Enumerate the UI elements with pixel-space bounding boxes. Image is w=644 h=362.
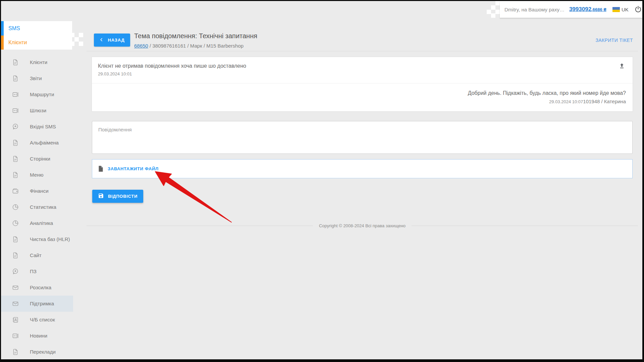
sidebar-item-marshruty[interactable]: Маршрути (1, 86, 86, 103)
tab-accent-bar (1, 36, 4, 50)
tab-label: SMS (8, 25, 20, 32)
reply-button[interactable]: ВІДПОВІСТИ (92, 190, 143, 203)
logout-button[interactable] (634, 5, 642, 14)
message-meta: 29.03.2024 10:07101948 / Катерина (98, 99, 626, 105)
card-icon (12, 107, 19, 114)
power-icon (634, 9, 642, 14)
sidebar-item-label: Шлюзи (30, 107, 46, 115)
pie-icon (12, 220, 19, 227)
sidebar-item-vkhidni-sms[interactable]: Вхідні SMS (1, 119, 86, 135)
message-support: Добрий день. Підкажіть, будь ласка, про … (92, 83, 633, 111)
language-code: UK (622, 7, 629, 12)
footer-divider-right (412, 226, 638, 226)
sidebar-item-label: Переклади (30, 348, 56, 356)
screen-border-bottom (0, 359, 644, 362)
file-icon (12, 348, 19, 356)
document-icon (98, 165, 104, 172)
balance-link[interactable]: 3993092,6686 ₴ (569, 6, 606, 13)
save-icon (98, 193, 104, 200)
sidebar-item-analityka[interactable]: Аналітика (1, 215, 86, 231)
sidebar-menu: КлієнтиЗвітиМаршрутиШлюзиВхідні SMSАльфа… (1, 54, 86, 360)
footer-divider-left (87, 226, 313, 226)
sidebar-item-novyny[interactable]: Новини (1, 328, 86, 344)
sidebar-item-label: Статистика (30, 203, 56, 211)
mail-icon (12, 300, 19, 307)
pie-icon (12, 203, 19, 211)
sidebar-item-label: ПЗ (30, 267, 37, 276)
header-user-text: Dmitry, на Вашому раху… (504, 7, 565, 12)
sidebar-item-label: Альфаімена (30, 139, 59, 147)
sidebar-item-label: Розсилка (30, 284, 51, 292)
sidebar-item-sait[interactable]: Сайт (1, 247, 86, 263)
breadcrumb: 68650 / 380987616161 / Марк / M15 Barber… (134, 43, 244, 49)
header-bar: Dmitry, на Вашому раху… 3993092,6686 ₴ U… (500, 1, 642, 18)
file-icon (12, 155, 19, 163)
ticket-thread-card: Клієнт не отримав повідомлення хоча пише… (92, 57, 633, 111)
page-title: Тема повідомлення: Технічні запитання (134, 32, 257, 40)
sidebar-item-chystka-baz-hlr[interactable]: Чистка баз (HLR) (1, 231, 86, 247)
sidebar-item-klienty[interactable]: Клієнти (1, 54, 86, 70)
ukraine-flag-icon (612, 7, 620, 12)
screen-border-left (0, 0, 1, 362)
sidebar-item-menu[interactable]: Меню (1, 167, 86, 183)
sidebar-item-finansy[interactable]: Фінанси (1, 183, 86, 199)
tab-sms[interactable]: SMS (1, 21, 72, 36)
tab-label: Клієнти (8, 40, 27, 46)
tab-accent-bar (1, 21, 4, 36)
message-author: 101948 / Катерина (583, 99, 626, 104)
ticket-id-link[interactable]: 68650 (134, 43, 148, 49)
screen-border-right (642, 0, 644, 362)
sidebar-item-alfaimena[interactable]: Альфаімена (1, 135, 86, 151)
file-icon (12, 59, 19, 66)
back-button[interactable]: НАЗАД (94, 34, 130, 47)
book-icon (12, 316, 19, 323)
sidebar-item-pidtrymka[interactable]: Підтримка (1, 296, 73, 312)
sidebar-item-shlyuzy[interactable]: Шлюзи (1, 103, 86, 119)
sidebar-item-label: Сайт (30, 251, 42, 259)
upload-file-label: ЗАВАНТАЖИТИ ФАЙЛ (108, 166, 159, 171)
balance-integer: 3993092 (569, 6, 591, 12)
sidebar-item-label: Клієнти (30, 58, 47, 66)
back-button-label: НАЗАД (108, 38, 124, 43)
sidebar-item-rozsylka[interactable]: Розсилка (1, 280, 86, 296)
breadcrumb-rest: / 380987616161 / Марк / M15 Barbershop (148, 43, 244, 49)
close-ticket-button[interactable]: ЗАКРИТИ ТІКЕТ (595, 38, 633, 43)
file-icon (12, 171, 19, 179)
file-icon (12, 75, 19, 82)
sidebar-item-label: Фінанси (30, 187, 49, 195)
mail-icon (12, 284, 19, 291)
card-icon (12, 91, 19, 98)
sidebar-item-statystyka[interactable]: Статистика (1, 199, 86, 215)
sidebar-item-label: Аналітика (30, 219, 53, 227)
reply-message-input[interactable] (92, 121, 633, 154)
message-time: 29.03.2024 10:01 (98, 71, 626, 76)
sidebar-item-label: Новини (30, 332, 47, 340)
tab-clients[interactable]: Клієнти (1, 36, 72, 50)
upload-arrow-icon (618, 66, 626, 71)
sidebar-item-zvity[interactable]: Звіти (1, 70, 86, 86)
sidebar-item-pz[interactable]: ПЗ (1, 263, 86, 280)
sidebar-item-label: Вхідні SMS (30, 123, 56, 131)
download-icon (12, 123, 19, 130)
sidebar-item-storinky[interactable]: Сторінки (1, 151, 86, 167)
reply-compose-card (92, 121, 633, 154)
sidebar-item-label: Підтримка (30, 300, 54, 308)
file-icon (12, 236, 19, 243)
message-text: Добрий день. Підкажіть, будь ласка, про … (98, 90, 626, 96)
file-icon (12, 252, 19, 259)
sidebar-item-label: Ч/Б список (30, 316, 55, 324)
message-time: 29.03.2024 10:07 (549, 99, 583, 104)
title-divider (87, 51, 638, 51)
sidebar-item-label: Звіти (30, 74, 42, 82)
message-client: Клієнт не отримав повідомлення хоча пише… (92, 57, 633, 83)
attachment-upload-button[interactable] (618, 62, 626, 70)
app-window: Dmitry, на Вашому раху… 3993092,6686 ₴ U… (0, 0, 644, 362)
sidebar-item-chb-spysok[interactable]: Ч/Б список (1, 312, 86, 328)
chevron-left-icon (99, 38, 104, 43)
balance-fraction: ,6686 ₴ (591, 7, 606, 12)
wallet-icon (12, 187, 19, 195)
sidebar-item-pereklady[interactable]: Переклади (1, 344, 86, 360)
language-switcher[interactable]: UK (612, 7, 629, 12)
upload-file-button[interactable]: ЗАВАНТАЖИТИ ФАЙЛ (92, 159, 633, 178)
sidebar-item-label: Меню (30, 171, 44, 179)
